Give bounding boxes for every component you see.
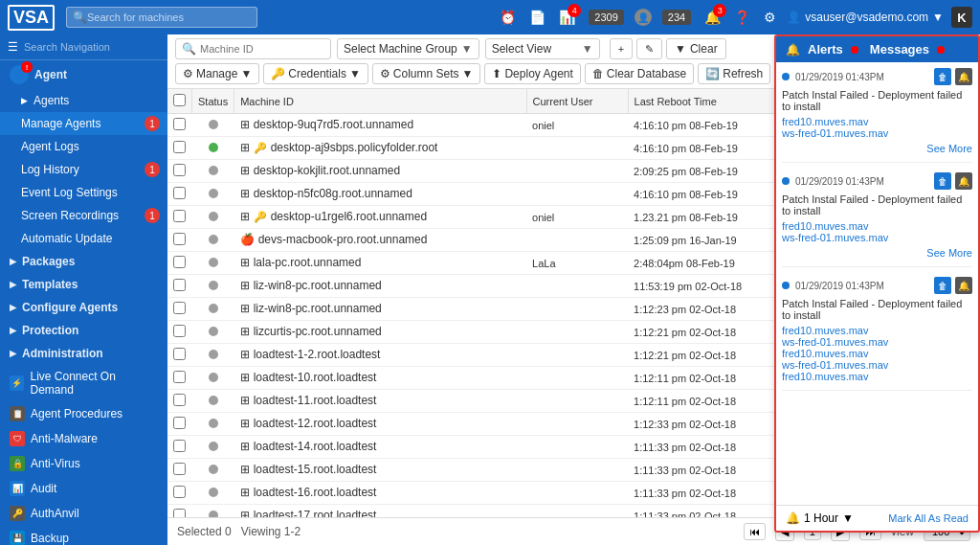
- bell-icon[interactable]: 🔔 3: [704, 10, 721, 25]
- add-filter-button[interactable]: +: [610, 38, 633, 59]
- alert-link[interactable]: fred10.muves.mav: [782, 371, 972, 382]
- row-checkbox-cell[interactable]: [167, 275, 192, 298]
- row-checkbox[interactable]: [173, 141, 186, 153]
- refresh-button[interactable]: 🔄 Refresh: [698, 63, 770, 84]
- row-checkbox-cell[interactable]: [167, 505, 192, 518]
- row-machine-id[interactable]: ⊞ loadtest-1-2.root.loadtest: [234, 344, 526, 365]
- row-checkbox-cell[interactable]: [167, 459, 192, 482]
- sidebar-item-agent-logs[interactable]: Agent Logs: [0, 135, 167, 158]
- machine-id-filter[interactable]: 🔍: [175, 38, 331, 59]
- row-machine-id[interactable]: ⊞ liz-win8-pc.root.unnamed: [234, 298, 526, 319]
- gear-icon[interactable]: ⚙: [764, 10, 776, 25]
- edit-filter-button[interactable]: ✎: [636, 38, 662, 59]
- mark-all-read-button[interactable]: Mark All As Read: [888, 512, 969, 524]
- row-machine-id[interactable]: ⊞ liz-win8-pc.root.unnamed: [234, 275, 526, 296]
- first-page-button[interactable]: ⏮: [744, 523, 766, 540]
- alert-delete-button[interactable]: 🗑: [934, 277, 951, 294]
- credentials-button[interactable]: 🔑 Credentials ▼: [263, 63, 368, 84]
- sidebar-search-input[interactable]: [24, 41, 139, 53]
- question-icon[interactable]: ❓: [734, 10, 750, 25]
- alert-delete-button[interactable]: 🗑: [934, 68, 951, 85]
- clock-icon[interactable]: ⏰: [500, 10, 516, 25]
- sidebar-item-screen-recordings[interactable]: Screen Recordings 1: [0, 204, 167, 227]
- chart-icon[interactable]: 📊 4: [559, 10, 575, 25]
- sidebar-item-log-history[interactable]: Log History 1: [0, 158, 167, 181]
- row-checkbox-cell[interactable]: [167, 482, 192, 505]
- sidebar-item-live-connect[interactable]: ⚡ Live Connect On Demand: [0, 365, 167, 401]
- machine-id-input[interactable]: [200, 43, 324, 55]
- alert-bell-button[interactable]: 🔔: [955, 277, 972, 294]
- sidebar-item-automatic-update[interactable]: Automatic Update: [0, 227, 167, 250]
- row-machine-id[interactable]: ⊞ loadtest-17.root.loadtest: [234, 505, 526, 517]
- row-machine-id[interactable]: ⊞ loadtest-11.root.loadtest: [234, 390, 526, 411]
- clear-database-button[interactable]: 🗑 Clear Database: [585, 63, 694, 84]
- sidebar-item-anti-malware[interactable]: 🛡 Anti-Malware: [0, 426, 167, 451]
- alert-link[interactable]: fred10.muves.mav: [782, 348, 972, 359]
- docs-icon[interactable]: 📄: [529, 10, 546, 25]
- view-filter[interactable]: Select View ▼: [485, 38, 600, 59]
- alerts-title[interactable]: Alerts: [808, 42, 843, 57]
- sidebar-hamburger[interactable]: ☰: [8, 40, 18, 54]
- select-all-col[interactable]: [167, 89, 192, 114]
- deploy-agent-button[interactable]: ⬆ Deploy Agent: [484, 63, 580, 84]
- sidebar-section-templates[interactable]: ▶ Templates: [0, 273, 167, 296]
- select-all-checkbox[interactable]: [173, 94, 186, 106]
- row-checkbox[interactable]: [173, 371, 186, 383]
- row-checkbox[interactable]: [173, 164, 186, 176]
- sidebar-item-backup[interactable]: 💾 Backup: [0, 526, 167, 545]
- alert-link[interactable]: fred10.muves.mav: [782, 220, 972, 232]
- alert-bell-button[interactable]: 🔔: [955, 68, 972, 85]
- alert-link[interactable]: ws-fred-01.muves.mav: [782, 336, 972, 348]
- row-checkbox-cell[interactable]: [167, 436, 192, 459]
- sidebar-item-audit[interactable]: 📊 Audit: [0, 476, 167, 501]
- alert-link[interactable]: ws-fred-01.muves.mav: [782, 359, 972, 371]
- row-checkbox-cell[interactable]: [167, 229, 192, 252]
- machine-group-filter[interactable]: Select Machine Group ▼: [337, 38, 479, 59]
- row-checkbox-cell[interactable]: [167, 206, 192, 229]
- row-machine-id[interactable]: ⊞ loadtest-12.root.loadtest: [234, 413, 526, 434]
- row-machine-id[interactable]: ⊞ 🔑 desktop-aj9sbps.policyfolder.root: [234, 137, 526, 158]
- row-checkbox[interactable]: [173, 486, 186, 498]
- row-checkbox[interactable]: [173, 187, 186, 199]
- sidebar-item-agents[interactable]: ▶ Agents: [0, 89, 167, 112]
- row-machine-id[interactable]: ⊞ desktop-kokjlit.root.unnamed: [234, 160, 526, 181]
- row-checkbox-cell[interactable]: [167, 413, 192, 436]
- sidebar-section-agent[interactable]: 👤 ! Agent: [0, 60, 167, 89]
- sidebar-item-event-log-settings[interactable]: Event Log Settings: [0, 181, 167, 204]
- row-checkbox[interactable]: [173, 348, 186, 360]
- row-checkbox[interactable]: [173, 118, 186, 130]
- row-checkbox-cell[interactable]: [167, 367, 192, 390]
- row-checkbox-cell[interactable]: [167, 183, 192, 206]
- global-search-input[interactable]: [87, 11, 240, 23]
- alert-link[interactable]: ws-fred-01.muves.mav: [782, 232, 972, 243]
- row-checkbox-cell[interactable]: [167, 390, 192, 413]
- row-checkbox-cell[interactable]: [167, 114, 192, 137]
- row-machine-id[interactable]: ⊞ loadtest-10.root.loadtest: [234, 367, 526, 388]
- row-machine-id[interactable]: 🍎 devs-macbook-pro.root.unnamed: [234, 229, 526, 250]
- user-menu[interactable]: 👤 vsauser@vsademo.com ▼: [787, 11, 944, 24]
- messages-title[interactable]: Messages: [870, 42, 929, 57]
- alert-bell-button[interactable]: 🔔: [955, 172, 972, 190]
- row-machine-id[interactable]: ⊞ loadtest-15.root.loadtest: [234, 459, 526, 480]
- sidebar-search[interactable]: ☰: [0, 34, 167, 60]
- row-machine-id[interactable]: ⊞ loadtest-16.root.loadtest: [234, 482, 526, 503]
- row-checkbox-cell[interactable]: [167, 344, 192, 367]
- sidebar-section-protection[interactable]: ▶ Protection: [0, 319, 167, 342]
- row-checkbox[interactable]: [173, 210, 186, 222]
- k-button[interactable]: K: [951, 7, 972, 28]
- row-machine-id[interactable]: ⊞ lizcurtis-pc.root.unnamed: [234, 321, 526, 342]
- row-checkbox[interactable]: [173, 440, 186, 452]
- row-checkbox[interactable]: [173, 302, 186, 314]
- sidebar-item-manage-agents[interactable]: Manage Agents 1: [0, 112, 167, 135]
- see-more[interactable]: See More: [782, 143, 972, 154]
- row-checkbox[interactable]: [173, 417, 186, 429]
- sidebar-section-administration[interactable]: ▶ Administration: [0, 342, 167, 365]
- row-checkbox-cell[interactable]: [167, 137, 192, 160]
- alert-delete-button[interactable]: 🗑: [934, 172, 951, 190]
- row-checkbox-cell[interactable]: [167, 321, 192, 344]
- row-machine-id[interactable]: ⊞ 🔑 desktop-u1rgel6.root.unnamed: [234, 206, 526, 227]
- sidebar-item-authAnvil[interactable]: 🔑 AuthAnvil: [0, 501, 167, 526]
- row-checkbox[interactable]: [173, 394, 186, 406]
- alert-link[interactable]: fred10.muves.mav: [782, 116, 972, 127]
- sidebar-item-anti-virus[interactable]: 🔒 Anti-Virus: [0, 451, 167, 476]
